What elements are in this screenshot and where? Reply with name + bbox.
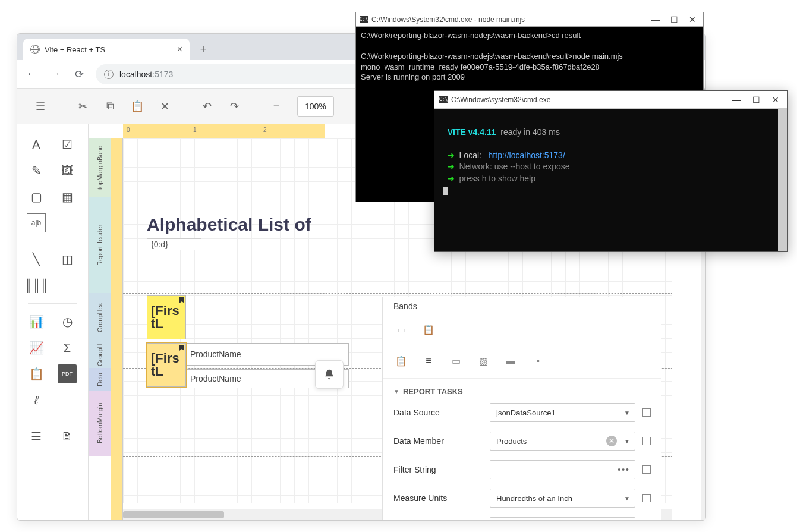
units-select[interactable]: Hundredths of an Inch ▼: [490, 489, 635, 508]
panel-tool[interactable]: ▢: [27, 187, 46, 206]
chevron-down-icon: ▼: [624, 495, 630, 502]
copy-button[interactable]: ⧉: [99, 95, 121, 118]
band-separator[interactable]: [123, 293, 705, 294]
prop-row-language: Language (Default) ▼: [383, 512, 661, 521]
url-host: localhost: [119, 70, 152, 79]
band-type-icons-2: 📋 ≡ ▭ ▧ ▬ ▪: [383, 347, 661, 379]
clipboard-tool[interactable]: 📋: [27, 364, 46, 383]
band-icon-groupheader[interactable]: ≡: [421, 353, 436, 369]
table-tool[interactable]: ▦: [58, 187, 77, 206]
zoom-select[interactable]: 100%: [297, 96, 334, 117]
prop-row-units: Measure Units Hundredths of an Inch ▼: [383, 484, 661, 512]
band-detail[interactable]: Deta: [89, 368, 111, 391]
terminal-titlebar[interactable]: C:\ C:\Windows\System32\cmd.exe - node m…: [356, 12, 703, 27]
undo-button[interactable]: ↶: [196, 95, 218, 118]
scrollbar-thumb[interactable]: [123, 511, 224, 518]
section-report-tasks[interactable]: ▼ REPORT TASKS: [383, 379, 661, 398]
terminal-output[interactable]: C:\Work\reporting-blazor-wasm-nodejs\was…: [356, 27, 703, 86]
line-tool[interactable]: ╲: [27, 250, 46, 269]
delete-button[interactable]: ✕: [153, 95, 176, 118]
spacer1: [58, 213, 77, 232]
redo-button[interactable]: ↷: [223, 95, 245, 118]
browser-tab[interactable]: Vite + React + TS ×: [23, 39, 190, 60]
barcode-tool[interactable]: ║║║: [27, 276, 46, 295]
band-icon-groupfooter[interactable]: ▬: [503, 353, 518, 369]
page-boundary: [349, 138, 349, 503]
band-icon-reportheader[interactable]: 📋: [421, 322, 436, 337]
band-groupheader1[interactable]: GroupH: [89, 342, 111, 368]
new-tab-button[interactable]: +: [194, 40, 212, 58]
notification-bell-button[interactable]: [315, 360, 344, 389]
forward-button[interactable]: →: [48, 67, 62, 81]
clear-icon[interactable]: ✕: [606, 436, 617, 446]
band-topmargin[interactable]: topMarginBand: [89, 138, 111, 197]
band-icon-pageheader[interactable]: 📋: [393, 353, 409, 369]
terminal-output[interactable]: VITE v4.4.11 ready in 403 ms ➜ Local: ht…: [434, 109, 787, 202]
cut-button[interactable]: ✂: [71, 95, 94, 118]
reset-marker[interactable]: [642, 465, 651, 474]
cmd-icon: C:\: [360, 16, 368, 23]
report-date-label[interactable]: {0:d}: [147, 238, 201, 250]
band-labels: topMarginBand ReportHeader GroupHea Grou…: [89, 138, 111, 520]
sigma-tool[interactable]: Σ: [58, 338, 77, 357]
scrollbar-thumb[interactable]: [778, 109, 787, 251]
maximize-icon[interactable]: ☐: [752, 95, 760, 105]
sparkline-tool[interactable]: 📈: [27, 338, 46, 357]
signature-tool[interactable]: ℓ: [27, 391, 46, 410]
report-title-label[interactable]: Alphabetical List of: [147, 215, 311, 235]
terminal-scrollbar[interactable]: [778, 109, 787, 251]
band-icon-pagefooter[interactable]: ▪: [530, 353, 546, 369]
chevron-down-icon: ▼: [624, 438, 630, 445]
language-select[interactable]: (Default) ▼: [490, 517, 635, 521]
band-reportheader[interactable]: ReportHeader: [89, 197, 111, 293]
close-icon[interactable]: ✕: [689, 15, 696, 24]
minimize-icon[interactable]: —: [732, 95, 741, 105]
prop-row-datamember: Data Member Products ✕ ▼: [383, 427, 661, 455]
label-tool[interactable]: A: [27, 135, 46, 154]
site-info-icon[interactable]: i: [104, 70, 114, 79]
band-icon-detail[interactable]: ▭: [448, 353, 464, 369]
gauge-tool[interactable]: ◷: [58, 312, 77, 331]
richtext-tool[interactable]: ✎: [27, 161, 46, 180]
checkbox-tool[interactable]: ☑: [58, 135, 77, 154]
close-icon[interactable]: ✕: [772, 95, 779, 105]
spacer2: [58, 276, 77, 295]
bookmark-icon: [179, 345, 184, 351]
band-groupheader0[interactable]: GroupHea: [89, 293, 111, 342]
charactercomb-tool[interactable]: a|b: [27, 213, 46, 232]
datasource-select[interactable]: jsonDataSource1 ▼: [490, 403, 635, 422]
toc-tool[interactable]: ☰: [27, 427, 46, 446]
band-icon-detailreport[interactable]: ▧: [475, 353, 491, 369]
properties-panel: Bands ▭ 📋 📋 ≡ ▭ ▧ ▬ ▪ ▼ REPORT TASKS Dat…: [382, 297, 661, 520]
filter-input[interactable]: •••: [490, 460, 635, 479]
ellipsis-icon[interactable]: •••: [618, 465, 630, 474]
reload-button[interactable]: ⟳: [72, 67, 86, 81]
firstletter-cell-selected[interactable]: [FirstL: [147, 343, 186, 387]
picturebox-tool[interactable]: 🖼: [58, 161, 77, 180]
zoom-out-button[interactable]: −: [265, 95, 288, 118]
paste-button[interactable]: 📋: [126, 95, 149, 118]
firstletter-cell[interactable]: [FirstL: [147, 295, 186, 339]
bookmark-icon: [179, 297, 184, 303]
maximize-icon[interactable]: ☐: [670, 15, 678, 24]
chevron-down-icon: ▼: [624, 410, 630, 416]
reset-marker[interactable]: [642, 494, 651, 502]
pdf-tool[interactable]: PDF: [58, 364, 77, 383]
terminal-titlebar[interactable]: C:\ C:\Windows\system32\cmd.exe — ☐ ✕: [434, 91, 787, 109]
band-type-icons: ▭ 📋: [383, 316, 661, 347]
datamember-select[interactable]: Products ✕ ▼: [490, 432, 635, 451]
shape-tool[interactable]: ◫: [58, 250, 77, 269]
back-button[interactable]: ←: [24, 67, 39, 81]
band-icon-topmargin[interactable]: ▭: [393, 322, 409, 337]
terminal-vite-window[interactable]: C:\ C:\Windows\system32\cmd.exe — ☐ ✕ VI…: [434, 90, 788, 252]
caret-down-icon: ▼: [393, 388, 399, 395]
minimize-icon[interactable]: —: [651, 15, 660, 24]
close-icon[interactable]: ×: [177, 44, 182, 55]
chart-tool[interactable]: 📊: [27, 312, 46, 331]
band-bottommargin[interactable]: BottomMargin: [89, 391, 111, 456]
pageinfo-tool[interactable]: 🗎: [58, 427, 77, 446]
reset-marker[interactable]: [642, 408, 651, 417]
vertical-ruler[interactable]: [111, 138, 123, 520]
reset-marker[interactable]: [642, 437, 651, 445]
menu-button[interactable]: ☰: [29, 95, 52, 118]
